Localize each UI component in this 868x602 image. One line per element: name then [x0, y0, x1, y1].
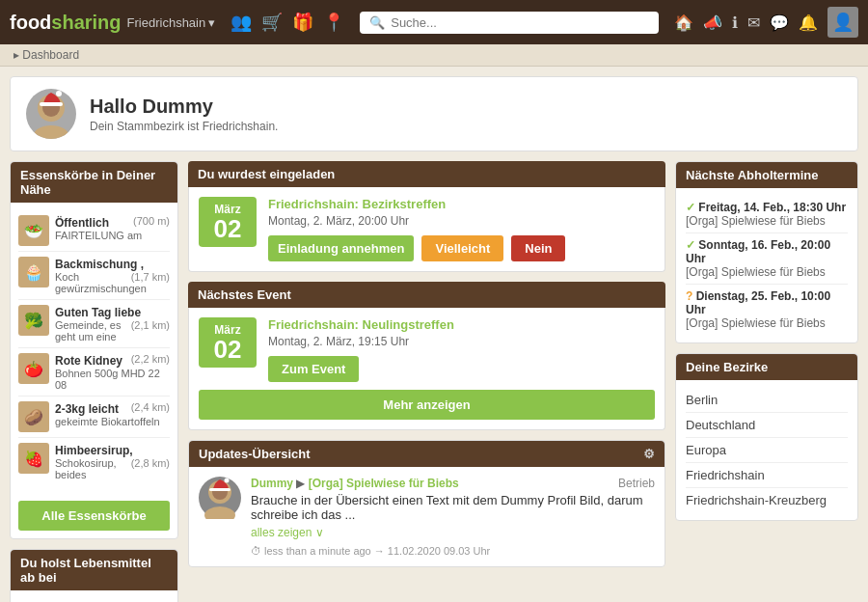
essen-item[interactable]: 🥦 Guten Tag liebe (2,1 km) Gemeinde, es … [18, 300, 170, 348]
essen-item[interactable]: 🍅 Rote Kidney (2,2 km) Bohnen 500g MHD 2… [18, 348, 170, 397]
bell-icon[interactable]: 🔔 [799, 14, 818, 32]
home-icon[interactable]: 🏠 [674, 14, 693, 32]
naechstes-event-header: Nächstes Event [188, 282, 665, 308]
essenskorbe-panel: Essenskörbe in Deiner Nähe 🥗 Öffentlich … [10, 161, 178, 539]
eingeladen-title[interactable]: Friedrichshain: Bezirkstreffen [268, 197, 655, 211]
all-essenskorbe-button[interactable]: Alle Essenskörbe [18, 501, 170, 531]
basket-icon[interactable]: 🎁 [292, 12, 313, 33]
essen-info: Backmischung , (1,7 km) Koch gewürzmisch… [55, 257, 170, 294]
update-meta: Dummy ▶ [Orga] Spielwiese für Biebs Betr… [251, 477, 655, 490]
svg-rect-3 [40, 102, 63, 106]
essen-desc: gekeimte Biokartoffeln [55, 416, 170, 427]
essenskorbe-list: 🥗 Öffentlich (700 m) FAIRTEILUNG am 🧁 Ba… [11, 203, 177, 493]
breadcrumb: ▸ Dashboard [0, 44, 868, 67]
essen-info: Rote Kidney (2,2 km) Bohnen 500g MHD 22 … [55, 353, 170, 391]
naechstes-title[interactable]: Friedrichshain: Neulingstreffen [268, 317, 655, 332]
essen-item[interactable]: 🥗 Öffentlich (700 m) FAIRTEILUNG am [18, 210, 170, 252]
abholung-status: ✓ [686, 201, 695, 214]
naechstes-event-body: März 02 Friedrichshain: Neulingstreffen … [188, 308, 665, 430]
update-arrow: ▶ [296, 477, 308, 490]
essen-desc: Bohnen 500g MHD 22 08 [55, 368, 170, 391]
essen-info: Guten Tag liebe (2,1 km) Gemeinde, es ge… [55, 305, 170, 342]
hero-avatar [26, 89, 76, 139]
accept-button[interactable]: Einladung annehmen [268, 235, 414, 261]
abholtermine-header: Nächste Abholtermine [676, 162, 857, 188]
update-avatar [199, 477, 241, 519]
abholung-orga: [Orga] Spielwiese für Biebs [686, 214, 826, 228]
eingeladen-day: 02 [208, 216, 247, 241]
search-icon: 🔍 [369, 15, 385, 30]
svg-point-2 [34, 125, 68, 139]
main-content: Essenskörbe in Deiner Nähe 🥗 Öffentlich … [0, 151, 868, 602]
district-label: Friedrichshain [127, 15, 206, 30]
update-type: Betrieb [618, 477, 655, 490]
no-button[interactable]: Nein [511, 235, 565, 261]
essen-item[interactable]: 🥔 2-3kg leicht (2,4 km) gekeimte Biokart… [18, 397, 170, 438]
update-user-link[interactable]: Dummy [251, 477, 293, 490]
essen-item[interactable]: 🧁 Backmischung , (1,7 km) Koch gewürzmis… [18, 252, 170, 300]
svg-point-7 [204, 506, 235, 519]
essen-dist: (2,8 km) [131, 457, 170, 469]
left-column: Essenskörbe in Deiner Nähe 🥗 Öffentlich … [10, 161, 178, 602]
svg-point-9 [225, 479, 230, 483]
abholtermine-panel: Nächste Abholtermine ✓ Freitag, 14. Feb.… [675, 161, 858, 343]
eingeladen-header: Du wurdest eingeladen [188, 161, 665, 187]
breadcrumb-text: Dashboard [22, 48, 79, 62]
logo-food: food [10, 12, 51, 33]
chat-icon[interactable]: 💬 [770, 14, 789, 32]
naechstes-event-row: März 02 Friedrichshain: Neulingstreffen … [199, 317, 655, 382]
logo-sharing: sharing [51, 12, 121, 33]
gear-icon[interactable]: ⚙ [643, 447, 655, 461]
abholung-status: ✓ [686, 238, 695, 252]
updates-header: Updates-Übersicht ⚙ [189, 441, 665, 467]
abholung-date: Dienstag, 25. Feb., 10:00 Uhr [686, 289, 830, 316]
essen-dist: (1,7 km) [131, 271, 170, 283]
zum-event-button[interactable]: Zum Event [268, 356, 359, 382]
naechstes-details: Friedrichshain: Neulingstreffen Montag, … [268, 317, 655, 382]
info-icon[interactable]: ℹ [732, 14, 738, 32]
bezirke-list: BerlinDeutschlandEuropaFriedrichshainFri… [676, 380, 857, 520]
mail-icon[interactable]: ✉ [747, 14, 760, 32]
bezirk-item[interactable]: Friedrichshain-Kreuzberg [686, 488, 848, 512]
hero-info: Hallo Dummy Dein Stammbezirk ist Friedri… [90, 96, 278, 133]
essen-name: Backmischung , [55, 258, 144, 271]
header: foodsharing Friedrichshain ▾ 👥 🛒 🎁 📍 🔍 🏠… [0, 0, 868, 44]
abholung-orga: [Orga] Spielwiese für Biebs [686, 265, 826, 279]
essen-dist: (700 m) [133, 215, 170, 227]
abholung-item: ✓ Sonntag, 16. Feb., 20:00 Uhr [Orga] Sp… [686, 233, 848, 285]
essen-item[interactable]: 🍓 Himbeersirup, (2,8 km) Schokosirup, be… [18, 438, 170, 485]
essen-desc: FAIRTEILUNG am [55, 230, 170, 241]
svg-point-4 [56, 91, 62, 96]
search-input[interactable] [391, 15, 649, 30]
district-selector[interactable]: Friedrichshain ▾ [127, 15, 216, 30]
naechstes-actions: Zum Event [268, 356, 655, 382]
eingeladen-date-badge: März 02 [199, 197, 257, 247]
chevron-down-icon: ▾ [208, 15, 215, 30]
essen-thumb: 🥗 [18, 215, 49, 246]
bezirk-item[interactable]: Friedrichshain [686, 463, 848, 488]
users-icon[interactable]: 👥 [231, 12, 252, 33]
updates-section: Updates-Übersicht ⚙ Dummy [188, 440, 665, 567]
update-orga-link[interactable]: [Orga] Spielwiese für Biebs [309, 477, 459, 490]
essen-dist: (2,4 km) [131, 401, 170, 413]
bezirk-item[interactable]: Deutschland [686, 413, 848, 438]
essen-dist: (2,2 km) [131, 353, 170, 365]
eingeladen-date-str: Montag, 2. März, 20:00 Uhr [268, 214, 655, 228]
essen-info: Himbeersirup, (2,8 km) Schokosirup, beid… [55, 443, 170, 480]
du-holst-item[interactable]: [Orga] Spielwiese für Biebs [18, 598, 170, 602]
maybe-button[interactable]: Vielleicht [421, 235, 503, 261]
avatar[interactable]: 👤 [827, 7, 858, 38]
abholung-orga: [Orga] Spielwiese für Biebs [686, 316, 826, 330]
megaphone-icon[interactable]: 📣 [703, 14, 722, 32]
cart-icon[interactable]: 🛒 [261, 12, 283, 33]
eingeladen-details: Friedrichshain: Bezirkstreffen Montag, 2… [268, 197, 655, 261]
mehr-anzeigen-button[interactable]: Mehr anzeigen [199, 390, 655, 420]
essen-info: Öffentlich (700 m) FAIRTEILUNG am [55, 215, 170, 241]
bezirk-item[interactable]: Europa [686, 438, 848, 463]
alles-zeigen-link[interactable]: alles zeigen ∨ [251, 526, 655, 539]
essen-thumb: 🍓 [18, 443, 49, 474]
essen-name: Guten Tag liebe [55, 306, 141, 319]
update-body: Dummy ▶ [Orga] Spielwiese für Biebs Betr… [189, 467, 665, 566]
location-icon[interactable]: 📍 [323, 12, 344, 33]
bezirk-item[interactable]: Berlin [686, 388, 848, 413]
